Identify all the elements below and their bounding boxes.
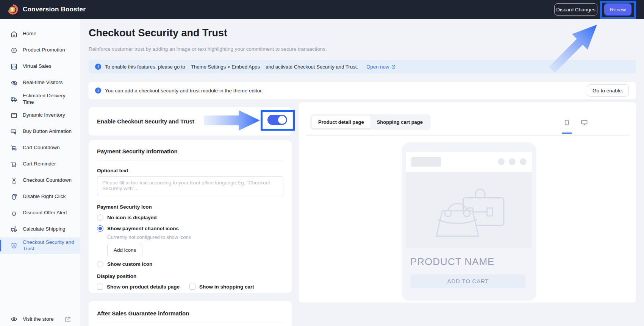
buy-button-animation-icon: [10, 128, 18, 136]
tab-shopping-cart-page[interactable]: Shopping cart page: [370, 116, 429, 128]
optional-text-label: Optional text: [97, 168, 283, 173]
mockup-product-name: PRODUCT NAME: [410, 256, 494, 268]
page-subtitle: Reinforce customer trust by adding an im…: [89, 46, 327, 52]
sidebar-item-disable-right-click[interactable]: Disable Right Click: [0, 189, 80, 205]
theme-settings-link[interactable]: Theme Settings > Embed Apps: [191, 64, 260, 70]
radio-circle-selected[interactable]: [97, 225, 103, 232]
dot: [509, 158, 516, 165]
sidebar-item-virtual-sales[interactable]: Virtual Sales: [0, 58, 80, 75]
sidebar-item-label: Checkout Countdown: [23, 177, 72, 184]
radio-custom-icon[interactable]: Show custom icon: [97, 261, 283, 267]
radio-no-icon[interactable]: No icon is displayed: [97, 214, 283, 221]
sidebar-item-real-time-visitors[interactable]: Real-time Visitors: [0, 75, 80, 91]
after-sales-card: After Sales Guarantee information: [89, 301, 292, 326]
sidebar-item-checkout-security-and-trust[interactable]: $Checkout Security and Trust: [0, 237, 80, 254]
mockup-add-to-cart-button[interactable]: ADD TO CART: [410, 274, 526, 288]
sidebar-item-label: Checkout Security and Trust: [23, 239, 75, 252]
sidebar-item-cart-reminder[interactable]: Cart Reminder: [0, 156, 80, 172]
checkbox-label: Show on product details page: [107, 284, 180, 290]
app-root: { "app": { "title": "Conversion Booster"…: [0, 0, 644, 326]
sidebar-item-label: Discount Offer Alert: [23, 210, 67, 216]
sidebar-item-product-promotion[interactable]: Product Promotion: [0, 42, 80, 58]
preview-panel: Product detail page Shopping cart page: [299, 102, 636, 303]
divider: [97, 323, 283, 323]
visit-store-icon: [10, 315, 18, 323]
cart-reminder-icon: [10, 161, 18, 168]
phone-mockup: PRODUCT NAME ADD TO CART: [402, 142, 536, 301]
renew-button[interactable]: Renew: [604, 3, 631, 16]
radio-label: Show custom icon: [107, 261, 152, 267]
enable-toggle[interactable]: [267, 115, 287, 125]
sidebar-item-home[interactable]: Home: [0, 26, 80, 42]
mockup-logo-placeholder: [411, 157, 441, 167]
radio-circle[interactable]: [97, 214, 103, 221]
optional-text-input[interactable]: [97, 176, 283, 196]
checkbox-show-shopping-cart[interactable]: Show in shopping cart: [189, 284, 254, 290]
sidebar-item-label: Real-time Visitors: [23, 80, 63, 86]
display-position-label: Display position: [97, 273, 283, 279]
sidebar-item-label: Cart Reminder: [23, 161, 56, 167]
checkbox[interactable]: [97, 284, 103, 290]
info-icon: i: [95, 64, 101, 70]
dot: [498, 158, 505, 165]
mobile-icon[interactable]: [563, 119, 570, 126]
enable-card: Enable Checkout Security and Trust: [89, 107, 292, 136]
checkbox-label: Show in shopping cart: [199, 284, 254, 290]
sidebar-item-checkout-countdown[interactable]: Checkout Countdown: [0, 172, 80, 189]
after-sales-title: After Sales Guarantee information: [97, 310, 283, 317]
sidebar-item-discount-offer-alert[interactable]: Discount Offer Alert: [0, 205, 80, 221]
svg-text:$: $: [13, 244, 15, 247]
radio-label: Show payment channel icons: [107, 226, 179, 231]
go-to-enable-button[interactable]: Go to enable.: [587, 84, 629, 97]
divider: [97, 161, 283, 161]
sidebar-item-label: Disable Right Click: [23, 193, 66, 200]
payment-icon-label: Payment Security Icon: [97, 204, 283, 210]
external-link-icon: [64, 316, 72, 325]
icons-hint: Currently not configured to show icons: [107, 234, 283, 240]
visit-store-label: Visit the store: [23, 316, 54, 323]
checkbox[interactable]: [189, 284, 195, 290]
sidebar-item-label: Calculate Shipping: [23, 226, 66, 232]
disable-right-click-icon: [10, 193, 18, 201]
sidebar-item-estimated-delivery-time[interactable]: Estimated Delivery Time: [0, 91, 80, 107]
info-icon: i: [95, 87, 101, 94]
page-title: Checkout Security and Trust: [89, 27, 227, 39]
dynamic-inventory-icon: [10, 112, 18, 119]
sidebar-item-label: Dynamic Inventory: [23, 112, 65, 119]
dot: [520, 158, 527, 165]
sidebar-visit-store[interactable]: Visit the store: [0, 310, 80, 326]
theme-settings-banner: i To enable this features, please go to …: [89, 60, 636, 73]
sidebar: HomeProduct PromotionVirtual SalesReal-t…: [0, 19, 80, 326]
open-now-link[interactable]: Open now: [366, 64, 396, 70]
sidebar-item-label: Home: [23, 31, 36, 37]
cart-countdown-icon: [10, 144, 18, 152]
mockup-header: [406, 152, 532, 172]
mockup-product-image: [406, 172, 532, 248]
checkbox-show-product-details[interactable]: Show on product details page: [97, 284, 180, 290]
app-title: Conversion Booster: [23, 6, 86, 13]
banner-text-before: To enable this features, please go to: [105, 64, 185, 70]
sidebar-item-buy-button-animation[interactable]: Buy Button Animation: [0, 123, 80, 140]
device-switch: [563, 119, 588, 126]
estimated-delivery-time-icon: [10, 95, 18, 103]
sidebar-item-label: Buy Button Animation: [23, 128, 72, 135]
desktop-icon[interactable]: [580, 119, 588, 126]
mockup-nav-dots: [498, 158, 527, 165]
banner-text-after: and activate Checkout Security and Trust…: [266, 64, 358, 70]
sidebar-item-calculate-shipping[interactable]: $Calculate Shipping: [0, 221, 80, 237]
tab-product-detail-page[interactable]: Product detail page: [312, 116, 370, 128]
sidebar-nav: HomeProduct PromotionVirtual SalesReal-t…: [0, 19, 80, 254]
topbar: $ Conversion Booster Discard Changes Ren…: [0, 0, 644, 19]
radio-circle[interactable]: [97, 261, 103, 267]
radio-payment-channel-icons[interactable]: Show payment channel icons: [97, 225, 283, 232]
add-icons-button[interactable]: Add icons: [107, 244, 142, 256]
module-banner-text: You can add a checkout security and trus…: [105, 88, 263, 94]
enable-label: Enable Checkout Security and Trust: [97, 118, 194, 125]
discard-changes-button[interactable]: Discard Changes: [554, 3, 597, 16]
bags-illustration-icon: [425, 178, 513, 243]
home-icon: [10, 30, 18, 38]
section-title: Payment Security Information: [97, 148, 283, 154]
sidebar-item-dynamic-inventory[interactable]: Dynamic Inventory: [0, 107, 80, 123]
external-link-icon: [391, 64, 396, 69]
sidebar-item-cart-countdown[interactable]: Cart Countdown: [0, 140, 80, 156]
